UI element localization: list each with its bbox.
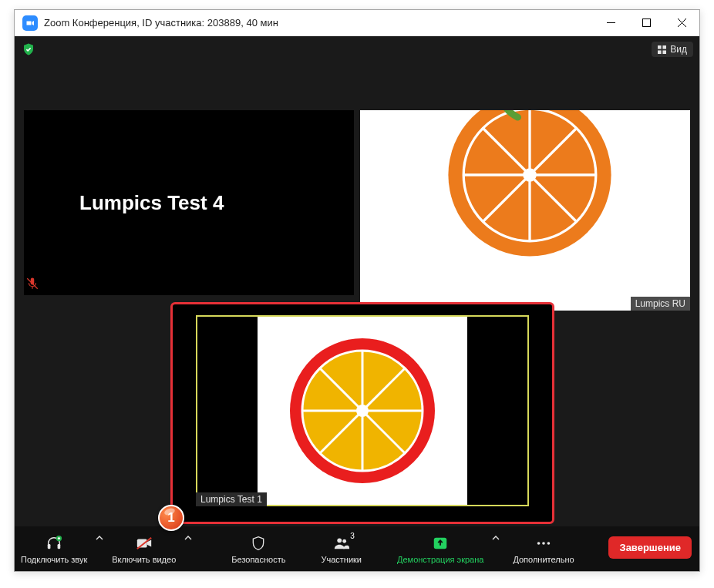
minimize-button[interactable] xyxy=(593,10,628,35)
participants-button[interactable]: 3 Участники xyxy=(315,526,368,571)
svg-point-26 xyxy=(342,539,346,543)
view-label: Вид xyxy=(670,44,687,55)
svg-rect-1 xyxy=(658,45,662,49)
headphones-icon xyxy=(45,533,62,553)
security-button[interactable]: Безопасность xyxy=(225,526,291,571)
video-chevron[interactable] xyxy=(182,526,194,571)
end-label: Завершение xyxy=(619,542,681,553)
view-button[interactable]: Вид xyxy=(652,42,693,57)
share-chevron[interactable] xyxy=(490,526,502,571)
self-video-tile[interactable]: Lumpics Test 1 xyxy=(170,302,554,524)
svg-point-30 xyxy=(547,542,551,545)
video-button[interactable]: Включить видео xyxy=(106,526,182,571)
video-stage: Вид Lumpics Test 4 xyxy=(15,36,699,526)
svg-rect-2 xyxy=(663,45,667,49)
svg-rect-24 xyxy=(137,539,147,548)
self-name-label: Lumpics Test 1 xyxy=(196,492,267,506)
audio-label: Подключить звук xyxy=(21,555,87,564)
svg-point-28 xyxy=(537,542,541,545)
more-label: Дополнительно xyxy=(513,555,574,564)
svg-rect-3 xyxy=(658,50,662,54)
svg-point-20 xyxy=(356,405,369,417)
svg-point-12 xyxy=(523,168,537,182)
orange-avatar-icon xyxy=(445,110,615,263)
toolbar: Подключить звук Включить видео Безопасно… xyxy=(15,526,699,571)
participant-name-left: Lumpics Test 4 xyxy=(79,191,224,215)
security-label: Безопасность xyxy=(231,555,285,564)
more-button[interactable]: Дополнительно xyxy=(507,526,580,571)
maximize-button[interactable] xyxy=(628,10,664,35)
share-screen-icon xyxy=(432,533,449,553)
participants-icon: 3 xyxy=(333,533,350,553)
svg-rect-22 xyxy=(58,544,61,549)
lemon-avatar-icon xyxy=(258,317,467,505)
audio-chevron[interactable] xyxy=(93,526,106,571)
titlebar: Zoom Конференция, ID участника: 203889, … xyxy=(15,10,699,36)
audio-button[interactable]: Подключить звук xyxy=(15,526,93,571)
camera-off-icon xyxy=(136,533,153,553)
close-button[interactable] xyxy=(664,10,699,35)
svg-rect-21 xyxy=(48,544,51,549)
svg-point-29 xyxy=(542,542,545,545)
participant-tile-right[interactable]: Lumpics RU xyxy=(360,110,690,311)
app-window: Zoom Конференция, ID участника: 203889, … xyxy=(14,9,700,572)
participants-label: Участники xyxy=(321,555,362,564)
participants-count: 3 xyxy=(350,532,355,540)
svg-point-25 xyxy=(337,538,342,543)
participant-tile-left[interactable]: Lumpics Test 4 xyxy=(24,110,354,295)
share-screen-button[interactable]: Демонстрация экрана xyxy=(391,526,490,571)
participant-name-right: Lumpics RU xyxy=(631,297,690,311)
svg-rect-0 xyxy=(642,19,650,27)
end-meeting-button[interactable]: Завершение xyxy=(608,536,692,559)
mic-off-icon xyxy=(25,277,39,294)
video-label: Включить видео xyxy=(112,555,176,564)
zoom-logo-icon xyxy=(22,15,38,31)
more-icon xyxy=(535,533,552,553)
svg-rect-4 xyxy=(663,50,667,54)
window-title: Zoom Конференция, ID участника: 203889, … xyxy=(44,17,593,29)
shield-icon xyxy=(251,533,266,553)
callout-badge: 1 xyxy=(158,505,184,531)
share-label: Демонстрация экрана xyxy=(397,555,483,564)
encryption-shield-icon[interactable] xyxy=(21,42,36,57)
